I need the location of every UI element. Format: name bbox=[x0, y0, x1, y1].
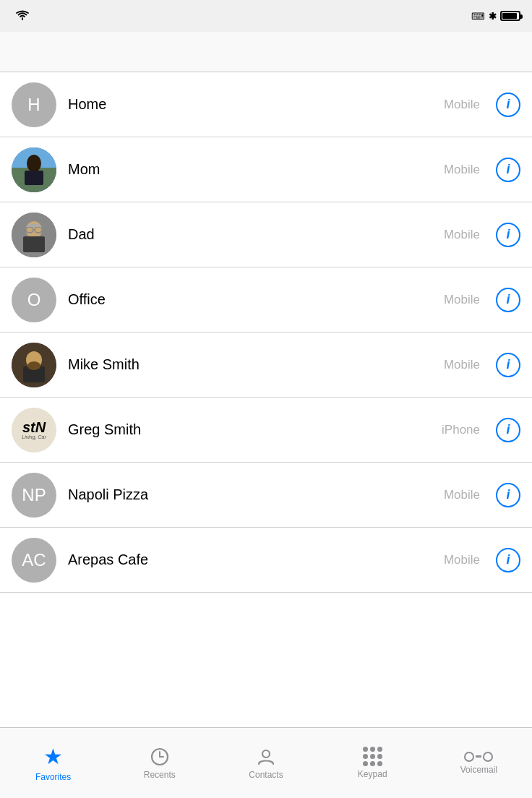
contact-name-office: Office bbox=[68, 291, 106, 307]
avatar-initials: NP bbox=[22, 485, 46, 505]
avatar-home: H bbox=[12, 82, 56, 127]
wifi-icon bbox=[16, 10, 29, 22]
bluetooth-icon: ✱ bbox=[489, 11, 497, 22]
tab-keypad-label: Keypad bbox=[358, 769, 387, 779]
keyboard-icon: ⌨ bbox=[471, 11, 485, 22]
info-icon-greg-smith: i bbox=[506, 422, 510, 437]
right-section-arepas-cafe: Mobile i bbox=[444, 548, 520, 572]
contact-info-greg-smith: Greg Smith bbox=[56, 421, 442, 438]
right-section-home: Mobile i bbox=[444, 93, 520, 117]
list-item-mom[interactable]: Mom Mobile i bbox=[0, 137, 532, 202]
contact-type-greg-smith: iPhone bbox=[442, 423, 480, 437]
contact-info-napoli-pizza: Napoli Pizza bbox=[56, 486, 444, 503]
right-section-mike-smith: Mobile i bbox=[444, 353, 520, 377]
mom-photo-svg bbox=[12, 147, 56, 192]
contact-type-mike-smith: Mobile bbox=[444, 358, 480, 372]
tab-favorites[interactable]: ★ Favorites bbox=[0, 744, 106, 782]
avatar-dad bbox=[12, 213, 56, 257]
avatar-greg-smith: stN Living, Car bbox=[12, 408, 56, 452]
status-right: ⌨ ✱ bbox=[471, 11, 520, 22]
list-item-dad[interactable]: Dad Mobile i bbox=[0, 202, 532, 267]
info-icon-dad: i bbox=[506, 227, 510, 242]
right-section-dad: Mobile i bbox=[444, 223, 520, 247]
tab-favorites-label: Favorites bbox=[35, 772, 71, 782]
favorites-list: H Home Mobile i Mom bbox=[0, 72, 532, 727]
contacts-icon bbox=[256, 747, 276, 767]
contact-name-arepas-cafe: Arepas Cafe bbox=[68, 552, 148, 567]
avatar-mom bbox=[12, 147, 56, 192]
contact-info-mom: Mom bbox=[56, 161, 444, 178]
avatar-mike-smith bbox=[12, 343, 56, 387]
svg-rect-7 bbox=[23, 236, 45, 252]
svg-rect-4 bbox=[25, 171, 43, 185]
contact-name-greg-smith: Greg Smith bbox=[68, 421, 141, 437]
info-icon-home: i bbox=[506, 97, 510, 112]
nav-bar bbox=[0, 32, 532, 72]
info-icon-mom: i bbox=[506, 162, 510, 177]
info-icon-arepas-cafe: i bbox=[506, 552, 510, 567]
info-button-napoli-pizza[interactable]: i bbox=[496, 483, 520, 507]
contact-info-office: Office bbox=[56, 291, 444, 308]
contact-info-dad: Dad bbox=[56, 226, 444, 243]
status-left bbox=[12, 10, 29, 22]
avatar-arepas-cafe: AC bbox=[12, 538, 56, 583]
avatar-initials: H bbox=[27, 95, 40, 115]
info-button-mike-smith[interactable]: i bbox=[496, 353, 520, 377]
list-item-home[interactable]: H Home Mobile i bbox=[0, 72, 532, 137]
info-icon-mike-smith: i bbox=[506, 357, 510, 372]
status-bar: ⌨ ✱ bbox=[0, 0, 532, 32]
favorites-icon: ★ bbox=[43, 744, 63, 769]
contact-type-home: Mobile bbox=[444, 98, 480, 112]
info-button-home[interactable]: i bbox=[496, 93, 520, 117]
info-icon-office: i bbox=[506, 292, 510, 307]
battery-icon bbox=[500, 11, 520, 21]
contact-info-arepas-cafe: Arepas Cafe bbox=[56, 552, 444, 568]
avatar-initials: AC bbox=[22, 550, 46, 570]
list-item-greg-smith[interactable]: stN Living, Car Greg Smith iPhone i bbox=[0, 398, 532, 463]
tab-keypad[interactable]: Keypad bbox=[319, 747, 426, 779]
info-button-office[interactable]: i bbox=[496, 288, 520, 312]
right-section-office: Mobile i bbox=[444, 288, 520, 312]
svg-point-3 bbox=[27, 155, 41, 172]
tab-recents-label: Recents bbox=[144, 770, 176, 780]
tab-contacts[interactable]: Contacts bbox=[213, 747, 319, 780]
tab-voicemail[interactable]: Voicemail bbox=[426, 752, 532, 775]
tab-bar: ★ Favorites Recents Contacts Keypad bbox=[0, 727, 532, 798]
list-item-napoli-pizza[interactable]: NP Napoli Pizza Mobile i bbox=[0, 463, 532, 528]
info-icon-napoli-pizza: i bbox=[506, 487, 510, 502]
contact-type-mom: Mobile bbox=[444, 163, 480, 177]
info-button-dad[interactable]: i bbox=[496, 223, 520, 247]
tab-contacts-label: Contacts bbox=[249, 770, 283, 780]
info-button-mom[interactable]: i bbox=[496, 158, 520, 182]
contact-info-home: Home bbox=[56, 96, 444, 113]
contact-type-dad: Mobile bbox=[444, 228, 480, 242]
list-item-office[interactable]: O Office Mobile i bbox=[0, 267, 532, 332]
avatar-napoli-pizza: NP bbox=[12, 473, 56, 518]
right-section-mom: Mobile i bbox=[444, 158, 520, 182]
right-section-napoli-pizza: Mobile i bbox=[444, 483, 520, 507]
tab-recents[interactable]: Recents bbox=[106, 747, 213, 780]
info-button-arepas-cafe[interactable]: i bbox=[496, 548, 520, 572]
contact-name-dad: Dad bbox=[68, 226, 95, 242]
contact-info-mike-smith: Mike Smith bbox=[56, 356, 444, 373]
voicemail-icon bbox=[464, 752, 493, 762]
contact-name-home: Home bbox=[68, 96, 106, 112]
recents-icon bbox=[150, 747, 170, 767]
svg-point-18 bbox=[262, 750, 270, 758]
keypad-icon bbox=[363, 747, 382, 766]
avatar-initials: O bbox=[27, 290, 41, 310]
contact-type-office: Mobile bbox=[444, 293, 480, 307]
info-button-greg-smith[interactable]: i bbox=[496, 418, 520, 442]
contact-name-napoli-pizza: Napoli Pizza bbox=[68, 486, 148, 502]
mike-photo-svg bbox=[12, 343, 56, 387]
contact-name-mom: Mom bbox=[68, 161, 100, 177]
avatar-office: O bbox=[12, 278, 56, 322]
tab-voicemail-label: Voicemail bbox=[460, 765, 497, 775]
contact-type-napoli-pizza: Mobile bbox=[444, 488, 480, 502]
contact-name-mike-smith: Mike Smith bbox=[68, 356, 140, 372]
list-item-arepas-cafe[interactable]: AC Arepas Cafe Mobile i bbox=[0, 528, 532, 593]
right-section-greg-smith: iPhone i bbox=[442, 418, 520, 442]
svg-point-14 bbox=[27, 361, 40, 370]
list-item-mike-smith[interactable]: Mike Smith Mobile i bbox=[0, 332, 532, 398]
contact-type-arepas-cafe: Mobile bbox=[444, 553, 480, 567]
